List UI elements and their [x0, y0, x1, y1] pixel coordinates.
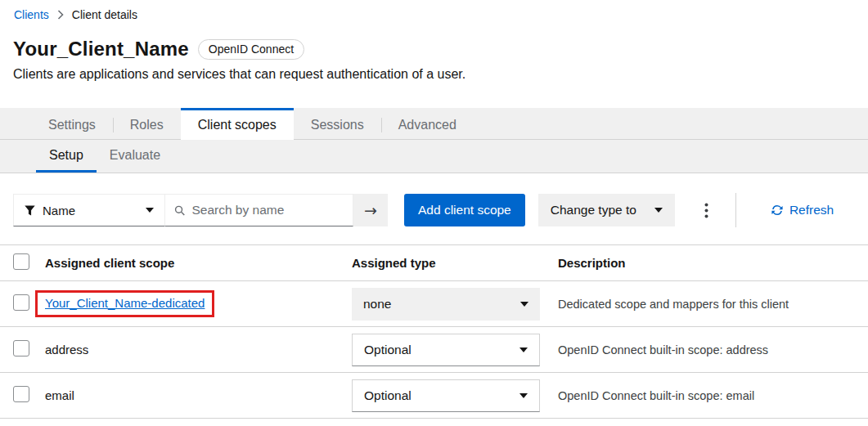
client-details-tabs: Settings Roles Client scopes Sessions Ad…: [0, 108, 868, 140]
refresh-label: Refresh: [789, 203, 834, 217]
highlight-red-box: Your_Client_Name-dedicated: [35, 290, 214, 317]
add-client-scope-button[interactable]: Add client scope: [404, 194, 525, 226]
filter-icon: [25, 205, 35, 216]
subtab-setup[interactable]: Setup: [36, 140, 97, 173]
filter-type-label: Name: [43, 204, 75, 217]
client-scopes-table: Assigned client scope Assigned type Desc…: [0, 244, 868, 419]
scope-description: OpenID Connect built-in scope: email: [558, 389, 868, 402]
change-type-dropdown[interactable]: Change type to: [538, 194, 675, 226]
chevron-right-icon: [57, 10, 64, 20]
assigned-type-select[interactable]: none: [352, 288, 540, 321]
kebab-icon: [704, 203, 708, 218]
search-input[interactable]: [191, 203, 344, 217]
col-header-assigned-client-scope: Assigned client scope: [45, 256, 352, 270]
kebab-menu-button[interactable]: [697, 194, 717, 226]
client-scopes-subtabs: Setup Evaluate: [0, 140, 868, 173]
assigned-type-value: none: [363, 297, 391, 312]
scope-name: address: [45, 343, 352, 356]
caret-down-icon: [520, 302, 528, 307]
change-type-label: Change type to: [551, 203, 636, 217]
assigned-type-select[interactable]: Optional: [352, 334, 540, 366]
search-box: [165, 194, 353, 226]
page-subtitle: Clients are applications and services th…: [13, 67, 855, 82]
table-row: address Optional OpenID Connect built-in…: [0, 327, 868, 373]
page-title: Your_Client_Name: [13, 38, 189, 61]
sync-icon: [771, 204, 784, 217]
table-header-row: Assigned client scope Assigned type Desc…: [0, 244, 868, 281]
tab-sessions[interactable]: Sessions: [294, 108, 381, 140]
assigned-type-value: Optional: [364, 388, 412, 403]
row-checkbox[interactable]: [13, 340, 29, 356]
protocol-badge: OpenID Connect: [198, 39, 304, 60]
toolbar-divider: [735, 193, 736, 227]
breadcrumb: Clients Client details: [0, 0, 868, 21]
breadcrumb-link-clients[interactable]: Clients: [14, 8, 49, 21]
tab-client-scopes[interactable]: Client scopes: [181, 108, 294, 140]
arrow-right-icon: →: [364, 201, 377, 219]
scope-name: email: [45, 388, 352, 402]
caret-down-icon: [146, 208, 154, 213]
select-all-checkbox[interactable]: [13, 253, 29, 270]
scope-description: Dedicated scope and mappers for this cli…: [558, 298, 868, 311]
refresh-button[interactable]: Refresh: [766, 202, 839, 218]
scope-description: OpenID Connect built-in scope: address: [558, 343, 868, 356]
caret-down-icon: [519, 393, 528, 398]
col-header-description: Description: [558, 256, 868, 270]
page-header: Your_Client_Name OpenID Connect Clients …: [0, 38, 868, 82]
row-checkbox[interactable]: [13, 294, 29, 311]
caret-down-icon: [519, 348, 528, 352]
search-icon: [174, 204, 185, 217]
assigned-type-value: Optional: [364, 343, 412, 357]
filter-type-select[interactable]: Name: [13, 194, 165, 226]
breadcrumb-current: Client details: [72, 8, 137, 21]
table-row: email Optional OpenID Connect built-in s…: [0, 373, 868, 419]
caret-down-icon: [654, 208, 663, 213]
assigned-type-select[interactable]: Optional: [352, 379, 540, 412]
tab-roles[interactable]: Roles: [113, 108, 181, 140]
scope-link-dedicated[interactable]: Your_Client_Name-dedicated: [45, 296, 205, 310]
tab-advanced[interactable]: Advanced: [381, 108, 474, 140]
tab-settings[interactable]: Settings: [31, 108, 113, 140]
col-header-assigned-type: Assigned type: [352, 256, 558, 270]
search-submit-button[interactable]: →: [353, 194, 388, 226]
scopes-toolbar: Name → Add client scope Change type to R…: [13, 194, 858, 226]
subtab-evaluate[interactable]: Evaluate: [97, 140, 173, 173]
table-row: Your_Client_Name-dedicated none Dedicate…: [0, 281, 868, 327]
row-checkbox[interactable]: [13, 386, 29, 402]
